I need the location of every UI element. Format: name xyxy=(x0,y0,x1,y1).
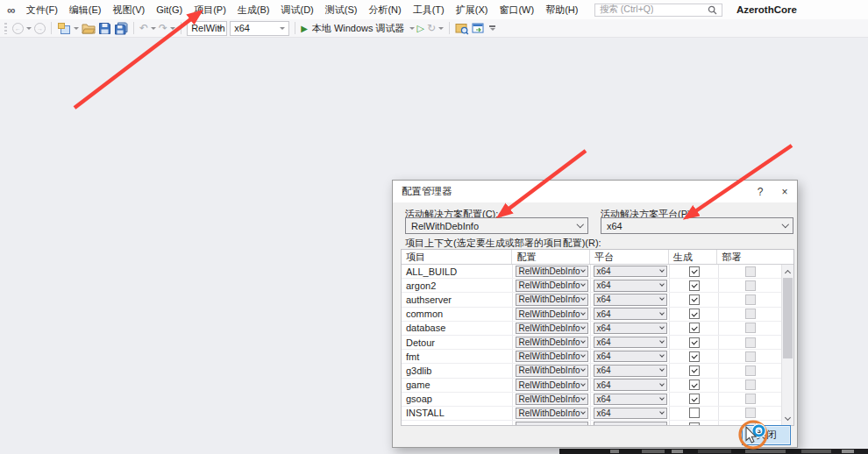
project-name-cell[interactable]: database xyxy=(402,322,513,335)
hot-reload-caret-icon[interactable] xyxy=(438,27,444,30)
menu-item-5[interactable]: 生成(B) xyxy=(231,4,275,17)
row-platform-combo[interactable]: x64 xyxy=(594,294,667,306)
menu-item-2[interactable]: 视图(V) xyxy=(107,4,151,17)
save-all-icon[interactable] xyxy=(114,22,128,35)
menu-item-0[interactable]: 文件(F) xyxy=(20,4,63,17)
menu-item-12[interactable]: 帮助(H) xyxy=(540,4,584,17)
row-config-combo[interactable]: RelWithDebInfo xyxy=(516,351,588,363)
dialog-help-button[interactable]: ? xyxy=(748,181,772,202)
build-checkbox[interactable] xyxy=(689,422,700,426)
solution-name: AzerothCore xyxy=(736,4,797,15)
row-platform-combo[interactable]: x64 xyxy=(594,280,667,292)
solution-configuration-combo[interactable]: RelWith xyxy=(187,21,227,36)
dialog-title-bar[interactable]: 配置管理器 ? × xyxy=(393,181,797,202)
project-name-cell[interactable]: ALL_BUILD xyxy=(402,265,513,278)
menu-item-10[interactable]: 扩展(X) xyxy=(450,4,494,17)
search-input[interactable]: 搜索 (Ctrl+Q) xyxy=(594,4,722,17)
dialog-close-x-button[interactable]: × xyxy=(772,181,797,202)
build-checkbox[interactable] xyxy=(689,323,700,333)
row-config-combo[interactable]: RelWithDebInfo xyxy=(516,294,588,306)
close-button[interactable]: 关闭 xyxy=(742,425,791,445)
row-config-combo[interactable]: RelWithDebInfo xyxy=(516,408,588,420)
row-platform-combo[interactable]: x64 xyxy=(594,365,667,377)
row-platform-combo[interactable]: x64 xyxy=(594,337,667,349)
project-name-cell[interactable] xyxy=(402,421,513,426)
active-platform-combo[interactable]: x64 xyxy=(601,217,793,234)
project-name-cell[interactable]: INSTALL xyxy=(402,407,513,420)
project-name-cell[interactable]: game xyxy=(402,379,513,392)
scroll-up-button[interactable] xyxy=(782,265,793,278)
debug-target-caret-icon[interactable] xyxy=(409,27,415,30)
build-checkbox[interactable] xyxy=(689,266,700,277)
build-checkbox[interactable] xyxy=(689,394,700,404)
menu-item-3[interactable]: Git(G) xyxy=(151,4,189,15)
menu-item-11[interactable]: 窗口(W) xyxy=(494,4,540,17)
build-checkbox[interactable] xyxy=(689,351,700,362)
find-in-files-icon[interactable] xyxy=(455,22,469,35)
project-name-cell[interactable]: Detour xyxy=(402,336,513,349)
start-without-debug-icon[interactable]: ▷ xyxy=(417,23,424,34)
new-project-icon[interactable] xyxy=(57,22,71,35)
build-checkbox[interactable] xyxy=(689,280,700,291)
build-checkbox[interactable] xyxy=(689,380,700,390)
menu-item-7[interactable]: 测试(S) xyxy=(319,4,363,17)
solution-explorer-sync-icon[interactable] xyxy=(472,22,485,34)
menu-item-4[interactable]: 项目(P) xyxy=(189,4,232,17)
navigate-forward-button[interactable]: → xyxy=(34,23,46,34)
deploy-checkbox xyxy=(745,266,756,277)
debug-target-label[interactable]: 本地 Windows 调试器 xyxy=(312,22,405,35)
project-name-cell[interactable]: g3dlib xyxy=(402,364,513,377)
menu-item-6[interactable]: 调试(D) xyxy=(275,4,319,17)
scrollbar-thumb[interactable] xyxy=(783,278,793,358)
project-context-table: 项目 配置 平台 生成 部署 ALL_BUILD RelWithDebInfo … xyxy=(401,249,794,426)
row-platform-combo[interactable]: x64 xyxy=(594,351,667,363)
project-name-cell[interactable]: gsoap xyxy=(402,393,513,406)
start-debug-play-icon[interactable]: ▶ xyxy=(301,24,308,33)
navigate-back-caret-icon[interactable] xyxy=(26,27,32,30)
row-config-combo[interactable] xyxy=(516,422,588,426)
row-config-combo[interactable]: RelWithDebInfo xyxy=(516,323,588,335)
build-checkbox[interactable] xyxy=(689,337,700,348)
build-checkbox[interactable] xyxy=(689,408,700,418)
row-platform-combo[interactable]: x64 xyxy=(594,394,667,406)
redo-caret-icon[interactable] xyxy=(170,27,175,30)
active-config-combo[interactable]: RelWithDebInfo xyxy=(405,217,588,234)
row-config-combo[interactable]: RelWithDebInfo xyxy=(516,379,588,391)
menu-item-9[interactable]: 工具(T) xyxy=(407,4,450,17)
new-project-caret-icon[interactable] xyxy=(74,27,79,30)
hot-reload-icon[interactable]: ↻ xyxy=(427,22,436,34)
table-scrollbar[interactable] xyxy=(781,265,793,425)
project-name-cell[interactable]: authserver xyxy=(402,293,513,306)
project-name-cell[interactable]: common xyxy=(402,308,513,321)
menu-item-1[interactable]: 编辑(E) xyxy=(63,4,107,17)
toolbar-overflow-button[interactable] xyxy=(489,25,495,31)
row-platform-combo[interactable]: x64 xyxy=(594,308,667,320)
open-folder-icon[interactable] xyxy=(82,22,96,34)
row-config-combo[interactable]: RelWithDebInfo xyxy=(516,308,588,320)
project-name-cell[interactable]: argon2 xyxy=(402,279,513,292)
scroll-down-button[interactable] xyxy=(782,412,793,425)
build-checkbox[interactable] xyxy=(689,294,700,305)
save-icon[interactable] xyxy=(98,22,111,35)
project-name-cell[interactable]: fmt xyxy=(402,350,513,363)
row-config-combo[interactable]: RelWithDebInfo xyxy=(516,394,588,406)
build-checkbox[interactable] xyxy=(689,365,700,376)
build-checkbox[interactable] xyxy=(689,309,700,319)
undo-icon[interactable]: ↶ xyxy=(139,22,148,34)
row-platform-combo[interactable]: x64 xyxy=(594,379,667,391)
row-platform-combo[interactable] xyxy=(594,422,667,426)
row-config-combo[interactable]: RelWithDebInfo xyxy=(516,365,588,377)
project-context-label: 项目上下文(选定要生成或部署的项目配置)(R): xyxy=(405,237,601,250)
undo-caret-icon[interactable] xyxy=(151,27,156,30)
row-platform-combo[interactable]: x64 xyxy=(594,323,667,335)
row-platform-combo[interactable]: x64 xyxy=(594,408,667,420)
navigate-back-button[interactable]: ← xyxy=(12,23,24,34)
row-config-combo[interactable]: RelWithDebInfo xyxy=(516,280,588,292)
toolbar-grip[interactable] xyxy=(4,23,7,34)
redo-icon[interactable]: ↷ xyxy=(159,22,167,34)
row-platform-combo[interactable]: x64 xyxy=(594,266,667,278)
menu-item-8[interactable]: 分析(N) xyxy=(363,4,407,17)
row-config-combo[interactable]: RelWithDebInfo xyxy=(516,337,588,349)
row-config-combo[interactable]: RelWithDebInfo xyxy=(516,266,588,278)
solution-platform-combo[interactable]: x64 xyxy=(230,21,289,36)
